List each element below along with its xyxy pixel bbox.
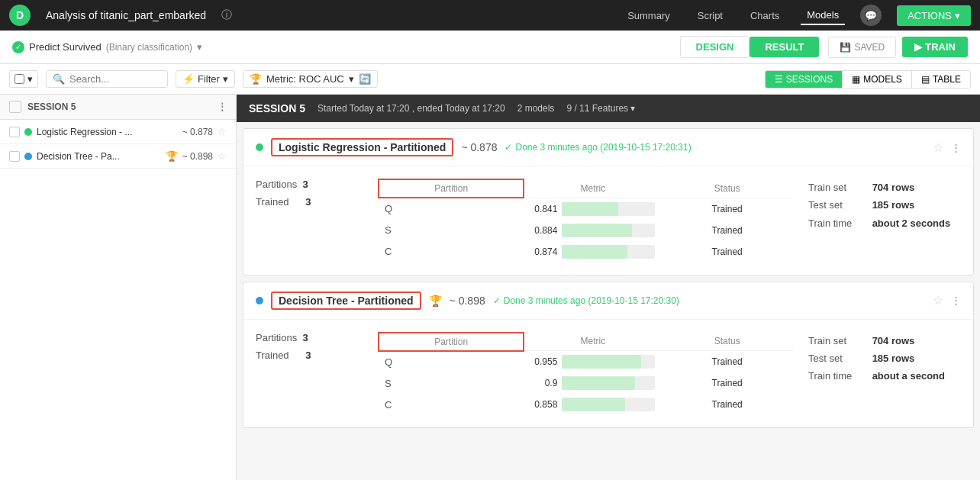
lr-partitions: Partitions 3 — [256, 179, 363, 190]
all-checkbox-input[interactable] — [15, 74, 24, 84]
design-button[interactable]: DESIGN — [680, 36, 750, 58]
lr-card-header: Logistic Regression - Partitioned ~ 0.87… — [243, 129, 973, 166]
status-cell: Trained — [661, 394, 793, 415]
dt-metric-header: Metric — [524, 333, 661, 351]
lr-partition-header: Partition — [379, 179, 524, 198]
session-banner-models: 2 models — [517, 103, 555, 114]
lr-status-header: Status — [661, 179, 793, 198]
dt-model-right: Train set 704 rows Test set 185 rows Tra… — [808, 332, 961, 416]
saved-button[interactable]: 💾 SAVED — [828, 37, 896, 58]
dt-dot — [24, 153, 32, 160]
lr-star-button[interactable]: ☆ — [933, 140, 943, 155]
select-all-checkbox[interactable]: ▾ — [9, 70, 38, 88]
view-toggle: ☰ SESSIONS ▦ MODELS ▤ TABLE — [765, 70, 971, 89]
dt-checkbox[interactable] — [9, 151, 20, 162]
table-icon: ▤ — [921, 74, 930, 85]
status-cell: Trained — [661, 220, 793, 241]
metric-bar-cell: 0.955 — [524, 351, 661, 373]
lr-dot — [24, 128, 32, 136]
train-button[interactable]: ▶ TRAIN — [902, 37, 968, 57]
dt-model-left: Partitions 3 Trained 3 — [256, 332, 363, 416]
dt-model-name[interactable]: Decision Tree - Partitioned — [271, 292, 421, 310]
dt-test-set: Test set 185 rows — [808, 350, 961, 367]
trophy-icon: 🏆 — [250, 73, 262, 85]
chat-icon[interactable]: 💬 — [860, 5, 882, 26]
dt-trophy-icon: 🏆 — [429, 295, 442, 307]
lr-trained: Trained 3 — [256, 196, 363, 208]
lr-model-name[interactable]: Logistic Regression - Partitioned — [271, 138, 453, 156]
info-icon: ⓘ — [221, 8, 232, 22]
lr-header-dot — [256, 143, 263, 151]
lr-model-body: Partitions 3 Trained 3 Partition — [243, 166, 973, 275]
sidebar-model-lr[interactable]: Logistic Regression - ... ~ 0.878 ☆ — [0, 120, 236, 144]
dt-train-set: Train set 704 rows — [808, 332, 961, 350]
filter-button[interactable]: ⚡ Filter ▾ — [176, 70, 235, 88]
lr-model-right: Train set 704 rows Test set 185 rows Tra… — [808, 179, 961, 263]
table-view-button[interactable]: ▤ TABLE — [912, 71, 970, 88]
logo: D — [9, 5, 31, 26]
metric-select[interactable]: 🏆 Metric: ROC AUC ▾ 🔄 — [243, 70, 378, 88]
sidebar-model-dt[interactable]: Decision Tree - Pa... 🏆 ~ 0.898 ☆ — [0, 144, 236, 169]
lr-train-time: Train time about 2 seconds — [808, 214, 961, 232]
filter-icon: ⚡ — [182, 73, 195, 85]
metric-bar-cell: 0.874 — [524, 241, 661, 263]
actions-button[interactable]: ACTIONS ▾ — [897, 5, 971, 26]
lr-model-table: Partition Metric Status Q 0.841 — [378, 179, 793, 263]
lr-menu-button[interactable]: ⋮ — [951, 142, 961, 153]
main-area: SESSION 5 ⋮ Logistic Regression - ... ~ … — [0, 95, 980, 480]
lr-checkbox[interactable] — [9, 127, 20, 137]
nav-models[interactable]: Models — [801, 6, 845, 25]
dt-trained: Trained 3 — [256, 350, 363, 361]
nav-charts[interactable]: Charts — [744, 7, 785, 24]
dt-trophy: 🏆 — [166, 150, 178, 162]
metric-bar-cell: 0.858 — [524, 394, 661, 415]
dt-model-table: Partition Metric Status Q 0.955 — [378, 332, 793, 416]
sidebar-session-header: SESSION 5 ⋮ — [0, 95, 236, 120]
refresh-icon[interactable]: 🔄 — [359, 73, 371, 85]
session-checkbox[interactable] — [9, 101, 21, 113]
status-cell: Trained — [661, 198, 793, 220]
search-input[interactable] — [69, 73, 161, 85]
lr-metric-header: Metric — [524, 179, 661, 198]
dt-star[interactable]: ☆ — [218, 150, 227, 162]
session-banner-time: Started Today at 17:20 , ended Today at … — [318, 103, 505, 114]
status-cell: Trained — [661, 351, 793, 373]
dt-menu-button[interactable]: ⋮ — [951, 295, 961, 306]
dt-header-dot — [256, 297, 263, 304]
lr-name: Logistic Regression - ... — [37, 127, 178, 137]
table-row: C — [379, 241, 524, 263]
nav-summary[interactable]: Summary — [621, 7, 676, 24]
table-row: Q — [379, 198, 524, 220]
lr-test-set: Test set 185 rows — [808, 196, 961, 214]
table-row: Q — [379, 351, 524, 373]
sessions-view-button[interactable]: ☰ SESSIONS — [766, 71, 843, 88]
dt-done-text: ✓ Done 3 minutes ago (2019-10-15 17:20:3… — [493, 295, 679, 306]
session-banner: SESSION 5 Started Today at 17:20 , ended… — [237, 95, 980, 122]
models-icon: ▦ — [852, 74, 860, 85]
session-banner-features[interactable]: 9 / 11 Features ▾ — [566, 103, 635, 114]
table-row: S — [379, 372, 524, 394]
result-button[interactable]: RESULT — [750, 37, 819, 57]
dt-star-button[interactable]: ☆ — [933, 293, 943, 308]
nav-script[interactable]: Script — [691, 7, 729, 24]
predict-icon: ✓ — [12, 41, 24, 53]
models-view-button[interactable]: ▦ MODELS — [843, 71, 912, 88]
sidebar-session-menu[interactable]: ⋮ — [218, 101, 227, 112]
lr-train-set: Train set 704 rows — [808, 179, 961, 196]
sessions-icon: ☰ — [775, 74, 783, 85]
lr-model-score: ~ 0.878 — [461, 141, 497, 153]
session-banner-name: SESSION 5 — [249, 102, 305, 114]
lr-score: ~ 0.878 — [182, 127, 213, 137]
content-area: SESSION 5 Started Today at 17:20 , ended… — [237, 95, 980, 480]
lr-star[interactable]: ☆ — [218, 126, 227, 137]
dt-score: ~ 0.898 — [182, 151, 213, 162]
predict-label: ✓ Predict Survived (Binary classificatio… — [12, 41, 202, 53]
sidebar-session-label: SESSION 5 — [27, 101, 76, 112]
model-card-lr: Logistic Regression - Partitioned ~ 0.87… — [243, 128, 974, 275]
search-box[interactable]: 🔍 — [46, 70, 168, 88]
dt-card-header: Decision Tree - Partitioned 🏆 ~ 0.898 ✓ … — [243, 282, 973, 320]
dt-model-body: Partitions 3 Trained 3 Partition — [243, 320, 973, 428]
model-card-dt: Decision Tree - Partitioned 🏆 ~ 0.898 ✓ … — [243, 282, 974, 429]
search-icon: 🔍 — [53, 73, 65, 85]
lr-model-left: Partitions 3 Trained 3 — [256, 179, 363, 263]
